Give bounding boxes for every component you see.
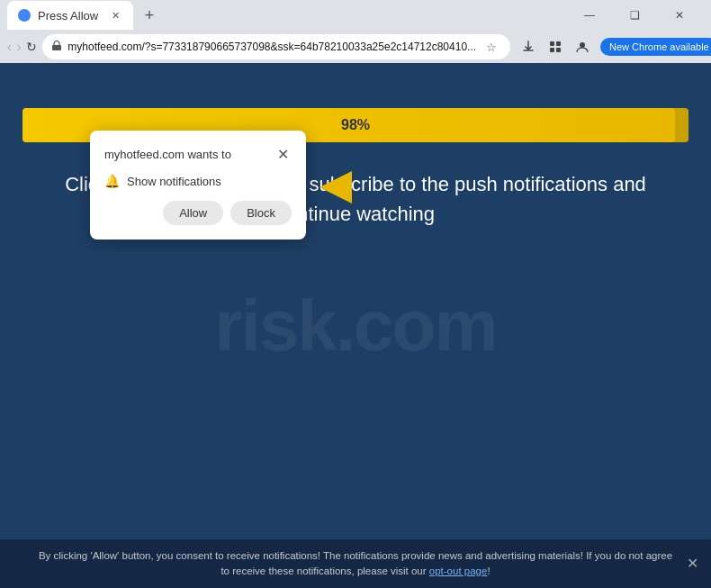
- extensions-button[interactable]: [543, 34, 568, 59]
- progress-label: 98%: [341, 117, 370, 133]
- tab-favicon: [18, 9, 31, 22]
- address-bar: ‹ › ↻ myhotfeed.com/?s=77331879066573709…: [0, 31, 711, 63]
- window-controls: — ❑ ✕: [569, 2, 700, 29]
- title-bar: Press Allow ✕ + — ❑ ✕: [0, 0, 711, 31]
- back-button[interactable]: ‹: [7, 34, 12, 59]
- toolbar-right: New Chrome available ⋮: [516, 34, 711, 59]
- watermark: risk.com: [214, 285, 496, 367]
- svg-point-0: [20, 11, 29, 20]
- svg-rect-3: [556, 41, 561, 46]
- bottom-bar-text: By clicking 'Allow' button, you consent …: [36, 548, 675, 580]
- svg-point-6: [580, 42, 585, 48]
- bell-icon: 🔔: [104, 174, 120, 188]
- maximize-button[interactable]: ❑: [614, 2, 655, 29]
- arrow-shape: [320, 171, 352, 204]
- block-button[interactable]: Block: [230, 201, 292, 225]
- minimize-button[interactable]: —: [569, 2, 610, 29]
- secure-icon: [51, 41, 62, 53]
- download-button[interactable]: [516, 34, 541, 59]
- refresh-button[interactable]: ↻: [26, 34, 37, 59]
- popup-close-button[interactable]: ✕: [274, 145, 292, 163]
- active-tab[interactable]: Press Allow ✕: [7, 1, 133, 30]
- bottom-bar: By clicking 'Allow' button, you consent …: [0, 539, 711, 589]
- svg-rect-2: [550, 41, 554, 46]
- close-button[interactable]: ✕: [659, 2, 700, 29]
- popup-actions: Allow Block: [104, 201, 292, 225]
- arrow-indicator: [320, 171, 352, 204]
- chrome-available-banner[interactable]: New Chrome available: [600, 38, 711, 56]
- browser-window: Press Allow ✕ + — ❑ ✕ ‹ › ↻ myhotfeed.co…: [0, 0, 711, 588]
- svg-rect-5: [556, 48, 561, 52]
- tab-close-button[interactable]: ✕: [108, 8, 122, 23]
- url-bar[interactable]: myhotfeed.com/?s=773318790665737098&ssk=…: [42, 34, 510, 59]
- page-content: risk.com myhotfeed.com wants to ✕ 🔔 Show…: [0, 63, 711, 588]
- svg-rect-4: [550, 48, 554, 52]
- url-text: myhotfeed.com/?s=773318790665737098&ssk=…: [68, 41, 476, 53]
- profile-button[interactable]: [570, 34, 595, 59]
- bottom-bar-close[interactable]: ✕: [687, 553, 698, 574]
- tab-title: Press Allow: [38, 9, 98, 23]
- forward-button[interactable]: ›: [17, 34, 22, 59]
- allow-button[interactable]: Allow: [163, 201, 223, 225]
- popup-header: myhotfeed.com wants to ✕: [104, 145, 292, 163]
- notification-popup: myhotfeed.com wants to ✕ 🔔 Show notifica…: [90, 131, 306, 240]
- popup-title: myhotfeed.com wants to: [104, 148, 231, 161]
- popup-notification-row: 🔔 Show notifications: [104, 174, 292, 188]
- bookmark-icon[interactable]: ☆: [482, 37, 501, 57]
- svg-rect-1: [52, 45, 61, 50]
- popup-notification-label: Show notifications: [127, 175, 221, 188]
- opt-out-link[interactable]: opt-out page: [429, 565, 488, 576]
- new-tab-button[interactable]: +: [137, 3, 162, 28]
